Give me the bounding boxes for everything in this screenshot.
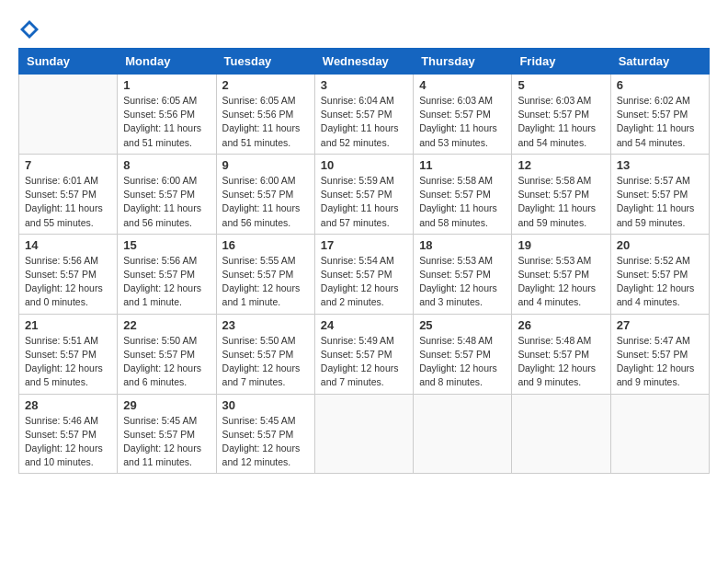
- day-number: 8: [123, 158, 210, 172]
- day-number: 22: [123, 318, 210, 332]
- day-number: 12: [518, 158, 604, 172]
- day-number: 18: [419, 238, 506, 252]
- day-number: 3: [321, 78, 407, 92]
- weekday-header: Friday: [512, 49, 610, 75]
- day-info: Sunrise: 5:56 AM Sunset: 5:57 PM Dayligh…: [123, 254, 210, 310]
- calendar-cell: [610, 394, 709, 474]
- day-number: 6: [617, 78, 703, 92]
- calendar-cell: 10Sunrise: 5:59 AM Sunset: 5:57 PM Dayli…: [314, 154, 413, 234]
- day-number: 30: [222, 398, 309, 412]
- weekday-header: Thursday: [414, 49, 512, 75]
- day-number: 5: [518, 78, 604, 92]
- day-info: Sunrise: 6:03 AM Sunset: 5:57 PM Dayligh…: [419, 94, 506, 150]
- weekday-header: Wednesday: [314, 49, 413, 75]
- day-number: 15: [123, 238, 210, 252]
- calendar-cell: 3Sunrise: 6:04 AM Sunset: 5:57 PM Daylig…: [314, 75, 413, 155]
- calendar-table: SundayMondayTuesdayWednesdayThursdayFrid…: [18, 48, 710, 474]
- day-number: 16: [222, 238, 309, 252]
- calendar-cell: [314, 394, 413, 474]
- calendar-cell: 9Sunrise: 6:00 AM Sunset: 5:57 PM Daylig…: [216, 154, 314, 234]
- calendar-cell: 26Sunrise: 5:48 AM Sunset: 5:57 PM Dayli…: [512, 314, 610, 394]
- day-info: Sunrise: 6:04 AM Sunset: 5:57 PM Dayligh…: [321, 94, 407, 150]
- day-number: 11: [419, 158, 506, 172]
- day-info: Sunrise: 5:48 AM Sunset: 5:57 PM Dayligh…: [518, 334, 604, 390]
- calendar-cell: 12Sunrise: 5:58 AM Sunset: 5:57 PM Dayli…: [512, 154, 610, 234]
- calendar-cell: 21Sunrise: 5:51 AM Sunset: 5:57 PM Dayli…: [19, 314, 118, 394]
- calendar-cell: 25Sunrise: 5:48 AM Sunset: 5:57 PM Dayli…: [414, 314, 512, 394]
- day-number: 2: [222, 78, 309, 92]
- day-info: Sunrise: 5:47 AM Sunset: 5:57 PM Dayligh…: [617, 334, 703, 390]
- day-info: Sunrise: 6:00 AM Sunset: 5:57 PM Dayligh…: [123, 174, 210, 230]
- calendar-week-row: 28Sunrise: 5:46 AM Sunset: 5:57 PM Dayli…: [19, 394, 710, 474]
- weekday-header: Saturday: [610, 49, 709, 75]
- day-info: Sunrise: 5:58 AM Sunset: 5:57 PM Dayligh…: [419, 174, 506, 230]
- day-number: 13: [617, 158, 703, 172]
- day-info: Sunrise: 5:53 AM Sunset: 5:57 PM Dayligh…: [518, 254, 604, 310]
- calendar-week-row: 21Sunrise: 5:51 AM Sunset: 5:57 PM Dayli…: [19, 314, 710, 394]
- day-number: 27: [617, 318, 703, 332]
- page-header: [18, 18, 710, 40]
- calendar-cell: 27Sunrise: 5:47 AM Sunset: 5:57 PM Dayli…: [610, 314, 709, 394]
- day-number: 24: [321, 318, 407, 332]
- calendar-week-row: 14Sunrise: 5:56 AM Sunset: 5:57 PM Dayli…: [19, 234, 710, 314]
- day-number: 26: [518, 318, 604, 332]
- calendar-week-row: 1Sunrise: 6:05 AM Sunset: 5:56 PM Daylig…: [19, 75, 710, 155]
- calendar-cell: 19Sunrise: 5:53 AM Sunset: 5:57 PM Dayli…: [512, 234, 610, 314]
- calendar-cell: 2Sunrise: 6:05 AM Sunset: 5:56 PM Daylig…: [216, 75, 314, 155]
- day-info: Sunrise: 5:45 AM Sunset: 5:57 PM Dayligh…: [222, 414, 309, 470]
- calendar-cell: 22Sunrise: 5:50 AM Sunset: 5:57 PM Dayli…: [118, 314, 216, 394]
- day-number: 23: [222, 318, 309, 332]
- day-info: Sunrise: 5:52 AM Sunset: 5:57 PM Dayligh…: [617, 254, 703, 310]
- day-info: Sunrise: 5:45 AM Sunset: 5:57 PM Dayligh…: [123, 414, 210, 470]
- calendar-cell: 18Sunrise: 5:53 AM Sunset: 5:57 PM Dayli…: [414, 234, 512, 314]
- day-info: Sunrise: 6:02 AM Sunset: 5:57 PM Dayligh…: [617, 94, 703, 150]
- day-number: 1: [123, 78, 210, 92]
- day-number: 14: [25, 238, 111, 252]
- calendar-cell: [414, 394, 512, 474]
- day-info: Sunrise: 6:00 AM Sunset: 5:57 PM Dayligh…: [222, 174, 309, 230]
- calendar-cell: [19, 75, 118, 155]
- day-info: Sunrise: 5:57 AM Sunset: 5:57 PM Dayligh…: [617, 174, 703, 230]
- day-info: Sunrise: 6:01 AM Sunset: 5:57 PM Dayligh…: [25, 174, 111, 230]
- calendar-cell: [512, 394, 610, 474]
- calendar-cell: 14Sunrise: 5:56 AM Sunset: 5:57 PM Dayli…: [19, 234, 118, 314]
- calendar-cell: 28Sunrise: 5:46 AM Sunset: 5:57 PM Dayli…: [19, 394, 118, 474]
- day-info: Sunrise: 5:50 AM Sunset: 5:57 PM Dayligh…: [222, 334, 309, 390]
- calendar-cell: 8Sunrise: 6:00 AM Sunset: 5:57 PM Daylig…: [118, 154, 216, 234]
- calendar-cell: 15Sunrise: 5:56 AM Sunset: 5:57 PM Dayli…: [118, 234, 216, 314]
- calendar-cell: 30Sunrise: 5:45 AM Sunset: 5:57 PM Dayli…: [216, 394, 314, 474]
- calendar-header-row: SundayMondayTuesdayWednesdayThursdayFrid…: [19, 49, 710, 75]
- calendar-cell: 5Sunrise: 6:03 AM Sunset: 5:57 PM Daylig…: [512, 75, 610, 155]
- day-info: Sunrise: 5:49 AM Sunset: 5:57 PM Dayligh…: [321, 334, 407, 390]
- logo: [18, 18, 44, 40]
- day-info: Sunrise: 5:53 AM Sunset: 5:57 PM Dayligh…: [419, 254, 506, 310]
- logo-icon: [18, 18, 40, 40]
- day-info: Sunrise: 6:05 AM Sunset: 5:56 PM Dayligh…: [222, 94, 309, 150]
- calendar-cell: 7Sunrise: 6:01 AM Sunset: 5:57 PM Daylig…: [19, 154, 118, 234]
- day-number: 20: [617, 238, 703, 252]
- calendar-cell: 24Sunrise: 5:49 AM Sunset: 5:57 PM Dayli…: [314, 314, 413, 394]
- calendar-cell: 11Sunrise: 5:58 AM Sunset: 5:57 PM Dayli…: [414, 154, 512, 234]
- day-info: Sunrise: 5:51 AM Sunset: 5:57 PM Dayligh…: [25, 334, 111, 390]
- day-number: 28: [25, 398, 111, 412]
- day-number: 29: [123, 398, 210, 412]
- calendar-week-row: 7Sunrise: 6:01 AM Sunset: 5:57 PM Daylig…: [19, 154, 710, 234]
- day-info: Sunrise: 5:54 AM Sunset: 5:57 PM Dayligh…: [321, 254, 407, 310]
- day-number: 25: [419, 318, 506, 332]
- day-info: Sunrise: 5:46 AM Sunset: 5:57 PM Dayligh…: [25, 414, 111, 470]
- day-info: Sunrise: 5:48 AM Sunset: 5:57 PM Dayligh…: [419, 334, 506, 390]
- weekday-header: Monday: [118, 49, 216, 75]
- day-number: 10: [321, 158, 407, 172]
- weekday-header: Sunday: [19, 49, 118, 75]
- day-info: Sunrise: 5:50 AM Sunset: 5:57 PM Dayligh…: [123, 334, 210, 390]
- calendar-cell: 4Sunrise: 6:03 AM Sunset: 5:57 PM Daylig…: [414, 75, 512, 155]
- calendar-cell: 13Sunrise: 5:57 AM Sunset: 5:57 PM Dayli…: [610, 154, 709, 234]
- day-info: Sunrise: 5:59 AM Sunset: 5:57 PM Dayligh…: [321, 174, 407, 230]
- day-number: 19: [518, 238, 604, 252]
- day-info: Sunrise: 6:05 AM Sunset: 5:56 PM Dayligh…: [123, 94, 210, 150]
- day-info: Sunrise: 5:56 AM Sunset: 5:57 PM Dayligh…: [25, 254, 111, 310]
- day-info: Sunrise: 5:55 AM Sunset: 5:57 PM Dayligh…: [222, 254, 309, 310]
- day-number: 9: [222, 158, 309, 172]
- calendar-cell: 1Sunrise: 6:05 AM Sunset: 5:56 PM Daylig…: [118, 75, 216, 155]
- calendar-cell: 17Sunrise: 5:54 AM Sunset: 5:57 PM Dayli…: [314, 234, 413, 314]
